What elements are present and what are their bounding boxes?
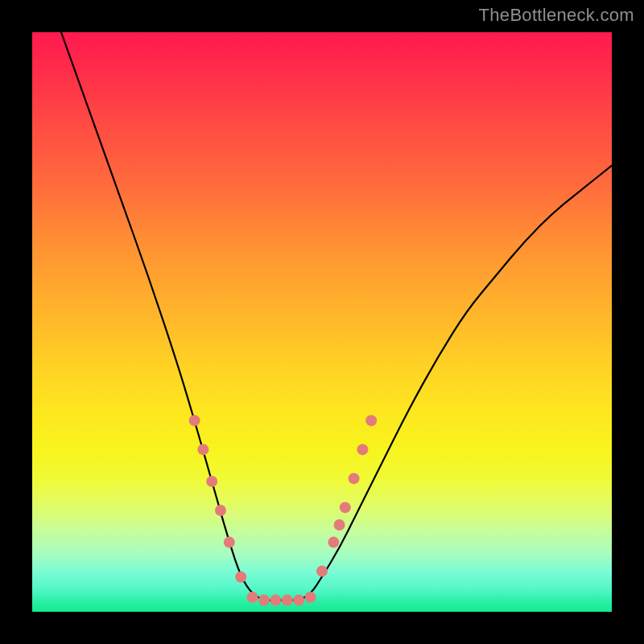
plot-area (32, 32, 612, 612)
curve-marker (282, 595, 293, 606)
curve-markers (189, 415, 378, 605)
curve-marker (349, 473, 360, 484)
curve-marker (316, 566, 328, 577)
chart-canvas: TheBottleneck.com (0, 0, 644, 644)
curve-marker (235, 572, 246, 583)
curve-marker (340, 502, 351, 513)
curve-marker (215, 505, 226, 516)
curve-marker (328, 537, 339, 548)
curve-marker (189, 415, 200, 426)
curve-marker (293, 595, 304, 606)
curve-marker (305, 592, 316, 603)
watermark-text: TheBottleneck.com (479, 5, 634, 26)
curve-marker (247, 592, 258, 603)
bottleneck-curve (61, 32, 612, 601)
chart-svg (32, 32, 612, 612)
curve-marker (206, 476, 217, 487)
curve-marker (270, 595, 281, 606)
curve-marker (224, 537, 235, 548)
curve-marker (365, 415, 377, 426)
curve-marker (197, 444, 208, 455)
curve-marker (334, 519, 345, 530)
curve-marker (258, 595, 270, 606)
curve-marker (357, 444, 368, 455)
